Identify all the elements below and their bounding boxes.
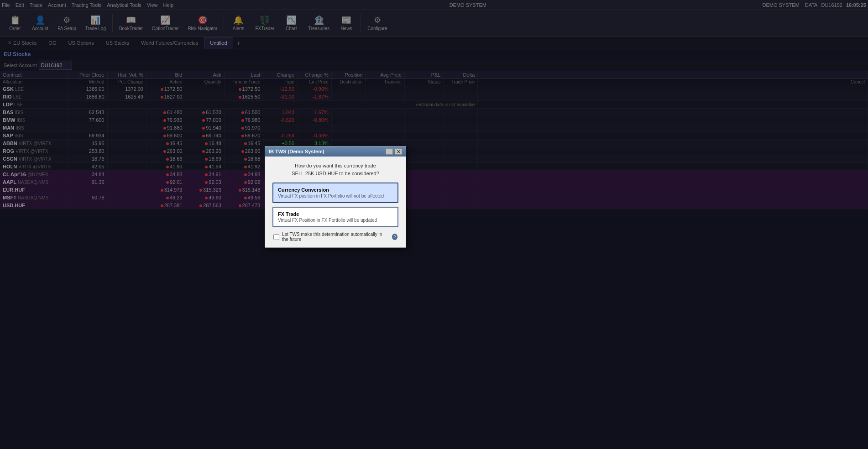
dialog-question-line2: SELL 25K USD.HUF to be considered?	[272, 170, 398, 178]
dialog-option2-title: FX Trade	[278, 211, 393, 217]
dialog-minimize-button[interactable]: _	[386, 148, 393, 155]
dialog-checkbox-row: Let TWS make this determination automati…	[272, 232, 398, 242]
dialog-option-currency-conversion[interactable]: Currency Conversion Virtual FX position …	[272, 183, 398, 203]
dialog-auto-checkbox[interactable]	[273, 234, 279, 240]
dialog-content: How do you want this currency trade SELL…	[265, 157, 406, 247]
dialog-option2-desc: Virtual FX Position in FX Portfolio will…	[278, 218, 393, 223]
dialog-info-icon[interactable]: ?	[392, 234, 397, 240]
dialog-title-buttons: _ ✕	[386, 148, 402, 155]
dialog-option-fx-trade[interactable]: FX Trade Virtual FX Position in FX Portf…	[272, 207, 398, 227]
dialog: IB TWS (Demo System) _ ✕ How do you want…	[265, 146, 406, 248]
dialog-close-button[interactable]: ✕	[395, 148, 402, 155]
dialog-overlay: IB TWS (Demo System) _ ✕ How do you want…	[0, 0, 868, 449]
dialog-option1-desc: Virtual FX position in FX Portfolio will…	[278, 193, 393, 198]
dialog-title: IB TWS (Demo System)	[269, 149, 324, 154]
dialog-title-bar: IB TWS (Demo System) _ ✕	[265, 146, 406, 157]
dialog-question-line1: How do you want this currency trade	[272, 162, 398, 170]
dialog-question: How do you want this currency trade SELL…	[272, 162, 398, 177]
dialog-checkbox-label: Let TWS make this determination automati…	[282, 232, 389, 242]
dialog-option1-title: Currency Conversion	[278, 187, 393, 193]
